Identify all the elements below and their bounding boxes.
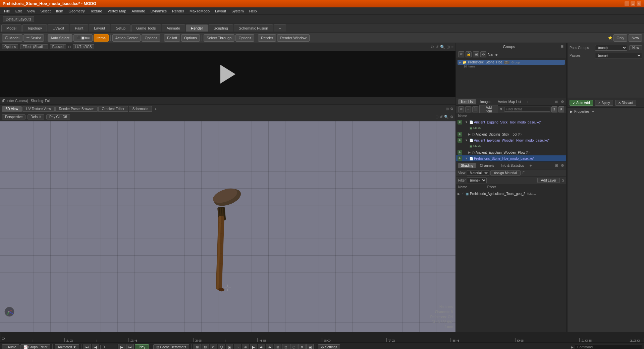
transport-next-btn[interactable]: ▶ [118, 344, 125, 349]
tab-model[interactable]: Model [1, 24, 21, 32]
transport-icon-6[interactable]: ○ [234, 344, 241, 349]
menu-geometry[interactable]: Geometry [66, 8, 87, 14]
item-list-dropdown-icon[interactable]: ▼ [499, 107, 503, 111]
item-row-group2[interactable]: 👁 ▶ ⬡ Ancient_Egyptian_Wooden_Plow (2) [456, 149, 566, 155]
viewport-canvas[interactable]: Y No Items Channels: 0 Deformers: ON GL:… [0, 121, 455, 332]
groups-vis-btn[interactable]: 👁 [458, 51, 464, 57]
tab-add[interactable]: + [274, 24, 286, 32]
view-material-select[interactable]: Material [467, 170, 489, 176]
menu-vertex-map[interactable]: Vertex Map [105, 8, 129, 14]
item-list-icon-btn[interactable]: ⬛ [472, 106, 478, 112]
auto-select-button[interactable]: Auto Select [48, 34, 72, 42]
vertex-map-list-tab[interactable]: Vertex Map List [495, 99, 524, 104]
item-row[interactable]: 👁 ▼ 📄 Ancient_Digging_Stick_Tool_modo_ba… [456, 119, 566, 125]
item-row-mesh1[interactable]: ▣ Mesh [456, 125, 566, 131]
assign-material-button[interactable]: Assign Material [490, 170, 521, 176]
vp-search-icon[interactable]: 🔍 [444, 115, 449, 119]
transport-end-btn[interactable]: ⏭ [126, 344, 134, 349]
passes-select[interactable]: (none) [595, 53, 642, 58]
add-item-icon-btn[interactable]: + [465, 106, 471, 112]
minimize-button[interactable]: ─ [625, 1, 629, 6]
menu-edit[interactable]: Edit [13, 8, 24, 14]
render-settings-icon[interactable]: ⚙ [430, 45, 434, 49]
menu-texture[interactable]: Texture [88, 8, 105, 14]
item-row-scene2[interactable]: 👁 ▼ 📄 Ancient_Egyptian_Wooden_Plow_modo_… [456, 137, 566, 143]
shading-add-tab[interactable]: + [528, 163, 533, 168]
animated-button[interactable]: Animated ▼ [55, 344, 79, 349]
menu-help[interactable]: Help [247, 8, 260, 14]
vis-filter-btn[interactable]: 👁 [458, 106, 464, 112]
menu-select[interactable]: Select [38, 8, 53, 14]
item-row-scene3[interactable]: 👁 ▼ 📄 Prehistoric_Stone_Hoe_modo_base.lx… [456, 155, 566, 161]
vp-raygl-btn[interactable]: Ray GL: Off [46, 114, 70, 119]
tab-layout[interactable]: Layout [89, 24, 110, 32]
vp-tab-gradient[interactable]: Gradient Editor [98, 106, 128, 112]
vp-tab-render-preset[interactable]: Render Preset Browser [55, 106, 98, 112]
sculpt-button[interactable]: ✏ Sculpt [23, 34, 44, 42]
select-through-button[interactable]: Select Through [204, 34, 234, 42]
menu-maxtomodo[interactable]: MaxToModo [187, 8, 212, 14]
menu-render[interactable]: Render [169, 8, 187, 14]
new-button[interactable]: New [629, 34, 642, 42]
groups-expand-icon[interactable]: ⊞ [560, 44, 564, 49]
menu-file[interactable]: File [1, 8, 13, 14]
tab-render[interactable]: Render [186, 24, 208, 32]
tab-paint[interactable]: Paint [70, 24, 88, 32]
tab-animate[interactable]: Animate [162, 24, 185, 32]
shading-tab[interactable]: Shading [458, 163, 476, 168]
vp-layout-icon[interactable]: ⊞ [435, 115, 438, 119]
add-item-button[interactable]: Add Item [479, 105, 498, 114]
vp-tab-add[interactable]: + [153, 106, 159, 112]
tab-game-tools[interactable]: Game Tools [131, 24, 161, 32]
item-row-group1[interactable]: 👁 ▶ ⬡ Ancient_Digging_Stick_Tool (2) [456, 131, 566, 137]
transport-icon-3[interactable]: ↺ [210, 344, 217, 349]
transport-prev-btn[interactable]: ◀ [92, 344, 99, 349]
filter-f-btn[interactable]: F [558, 106, 564, 112]
apply-button[interactable]: ✓ Apply [595, 100, 613, 106]
properties-header[interactable]: ▶ Properties + [569, 109, 643, 114]
add-layer-button[interactable]: Add Layer [537, 178, 560, 183]
item-list-settings-icon[interactable]: ⚙ [561, 100, 564, 104]
vp-settings-icon[interactable]: ⚙ [450, 107, 453, 111]
item-list-tab[interactable]: Item List [458, 99, 476, 104]
render-more-icon[interactable]: ≡ [451, 45, 453, 49]
groups-lock-btn[interactable]: 🔒 [466, 51, 472, 57]
properties-plus-icon[interactable]: + [592, 110, 594, 113]
info-stats-tab[interactable]: Info & Statistics [498, 163, 527, 168]
model-button[interactable]: ⬡ Model [2, 34, 22, 42]
timeline-ruler[interactable]: 0 12 24 36 48 60 72 84 96 108 120 [0, 333, 644, 342]
group-item-stone-hoe[interactable]: ▶ 📁 Prehistoric_Stone_Hoe (3) Group [458, 60, 565, 65]
groups-settings-btn[interactable]: ⚙ [480, 51, 486, 57]
transport-icon-14[interactable]: ⊛ [298, 344, 306, 349]
vp-config-icon[interactable]: ⚙ [450, 115, 453, 119]
shading-row-1[interactable]: ▶ ✓ ▣ Prehistoric_Agricultural_Tools_geo… [456, 190, 566, 197]
shading-settings-icon[interactable]: ⚙ [561, 163, 564, 168]
item-vis-2[interactable]: 👁 [458, 132, 462, 137]
groups-render-btn[interactable]: ▣ [473, 51, 479, 57]
vp-tab-3dview[interactable]: 3D View [2, 106, 22, 112]
transport-icon-2[interactable]: ⊡ [202, 344, 209, 349]
frame-input[interactable] [100, 345, 117, 349]
vp-tab-uv[interactable]: UV Texture View [22, 106, 55, 112]
item-vis-5[interactable]: 👁 [458, 156, 462, 161]
settings-button[interactable]: ⚙ Settings [318, 344, 340, 349]
vp-refresh-icon[interactable]: ↺ [440, 115, 443, 119]
cache-deformers-button[interactable]: ⊡ Cache Deformers [153, 344, 189, 349]
transport-icon-1[interactable]: ⊞ [194, 344, 201, 349]
pass-groups-new-btn[interactable]: New [629, 45, 642, 50]
shading-expand-icon[interactable]: ⊞ [555, 163, 558, 168]
tab-topology[interactable]: Topology [22, 24, 47, 32]
render-fit-icon[interactable]: ⊞ [446, 45, 450, 49]
falloff-button[interactable]: Falloff [164, 34, 180, 42]
filter-items-input[interactable] [504, 107, 550, 112]
action-center-button[interactable]: Action Center [112, 34, 141, 42]
transport-icon-9[interactable]: ⏭ [258, 344, 265, 349]
transport-icon-8[interactable]: ▶ [250, 344, 257, 349]
command-input[interactable] [575, 345, 642, 349]
item-list-expand-icon[interactable]: ⊞ [555, 100, 558, 104]
menu-animate[interactable]: Animate [129, 8, 148, 14]
layout-selector[interactable]: Default Layouts [3, 16, 34, 22]
item-vis-4[interactable]: 👁 [458, 150, 462, 155]
vp-tab-schematic[interactable]: Schematic [129, 106, 152, 112]
pass-groups-select[interactable]: (none) [595, 45, 627, 51]
